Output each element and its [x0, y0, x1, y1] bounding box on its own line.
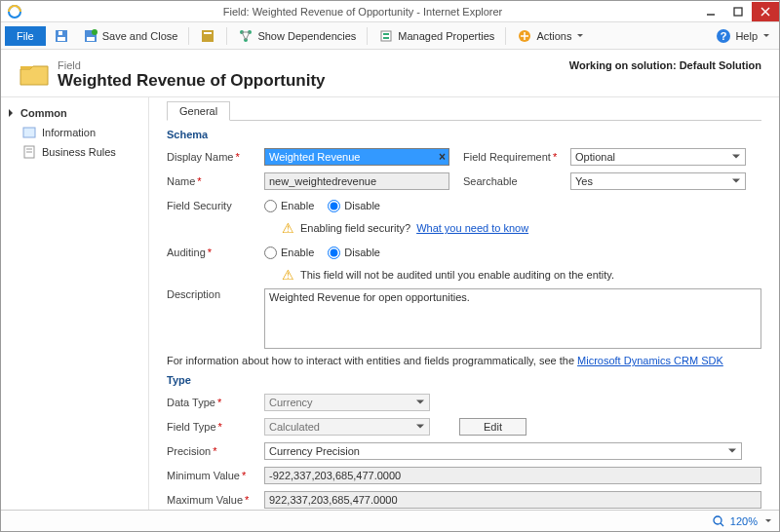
label-display-name: Display Name — [167, 151, 264, 163]
svg-rect-2 — [734, 8, 742, 16]
sdk-link[interactable]: Microsoft Dynamics CRM SDK — [577, 355, 723, 366]
solution-label: Working on solution: Default Solution — [569, 59, 761, 71]
svg-point-26 — [714, 516, 722, 524]
security-warning: ⚠ Enabling field security? What you need… — [282, 220, 779, 236]
ie-icon — [7, 4, 22, 19]
window-title: Field: Weighted Revenue of Opportunity -… — [28, 6, 697, 18]
svg-point-10 — [92, 29, 98, 35]
form-icon — [200, 28, 215, 44]
name-input[interactable] — [264, 172, 449, 190]
edit-button[interactable]: Edit — [459, 418, 526, 436]
rules-icon — [22, 145, 36, 159]
show-deps-label: Show Dependencies — [257, 30, 356, 42]
field-security-disable[interactable] — [328, 200, 340, 212]
svg-rect-12 — [204, 32, 212, 34]
tab-strip: General — [167, 97, 761, 121]
dropdown-icon — [763, 34, 769, 40]
save-close-label: Save and Close — [102, 30, 178, 42]
save-close-button[interactable]: Save and Close — [77, 25, 184, 47]
help-label: Help — [735, 30, 758, 42]
separator — [367, 27, 368, 45]
sidebar-header: Common — [1, 103, 148, 123]
svg-rect-6 — [58, 37, 65, 41]
svg-rect-16 — [381, 31, 391, 41]
sidebar-item-business-rules[interactable]: Business Rules — [1, 142, 148, 162]
separator — [188, 27, 189, 45]
statusbar: 120% — [1, 510, 779, 531]
label-precision: Precision — [167, 445, 264, 457]
label-name: Name — [167, 175, 264, 187]
data-type-select[interactable]: Currency — [264, 394, 430, 411]
managed-props-icon — [378, 28, 394, 44]
field-requirement-select[interactable]: Optional — [570, 148, 746, 166]
max-value-input[interactable] — [264, 491, 761, 509]
svg-line-27 — [721, 523, 723, 526]
minimize-button[interactable] — [697, 2, 724, 21]
page-header: Field Weighted Revenue of Opportunity Wo… — [1, 50, 779, 97]
section-type: Type — [167, 374, 761, 386]
zoom-value[interactable]: 120% — [730, 515, 758, 527]
main-panel: General Schema Display Name × Field Requ… — [149, 97, 779, 516]
managed-properties-button[interactable]: Managed Properties — [372, 25, 500, 47]
label-max-value: Maximum Value — [167, 494, 264, 506]
help-icon: ? — [716, 28, 731, 44]
warning-icon: ⚠ — [282, 267, 294, 283]
field-icon — [19, 59, 50, 87]
searchable-select[interactable]: Yes — [570, 172, 746, 190]
field-security-enable[interactable] — [264, 200, 277, 212]
description-textarea[interactable]: Weighted Revenue for open opportunities. — [264, 288, 761, 349]
label-min-value: Minimum Value — [167, 470, 264, 481]
label-field-security: Field Security — [167, 200, 264, 211]
info-icon — [22, 126, 36, 139]
breadcrumb: Field — [58, 59, 326, 71]
actions-icon — [517, 28, 532, 44]
show-dependencies-button[interactable]: Show Dependencies — [232, 25, 362, 47]
min-value-input[interactable] — [264, 467, 761, 484]
page-title: Weighted Revenue of Opportunity — [58, 71, 326, 91]
separator — [505, 27, 506, 45]
toolbar: File Save and Close Show Dependencies Ma… — [1, 22, 779, 50]
maximize-button[interactable] — [724, 2, 752, 21]
clear-icon[interactable]: × — [439, 150, 446, 164]
svg-rect-7 — [58, 31, 62, 35]
managed-props-label: Managed Properties — [398, 30, 494, 42]
label-description: Description — [167, 288, 264, 300]
auditing-enable[interactable] — [264, 247, 277, 259]
zoom-icon[interactable] — [713, 515, 724, 527]
save-close-icon — [83, 28, 98, 44]
label-auditing: Auditing — [167, 247, 264, 258]
svg-rect-11 — [202, 30, 214, 42]
dependencies-icon — [238, 28, 254, 44]
label-field-requirement: Field Requirement — [463, 151, 570, 163]
display-name-input[interactable] — [264, 148, 449, 166]
sidebar: Common Information Business Rules — [1, 97, 149, 516]
precision-select[interactable]: Currency Precision — [264, 442, 742, 460]
actions-menu[interactable]: Actions — [511, 25, 589, 47]
separator — [226, 27, 227, 45]
titlebar: Field: Weighted Revenue of Opportunity -… — [1, 1, 779, 22]
save-icon — [54, 28, 69, 44]
svg-rect-9 — [87, 37, 95, 41]
actions-label: Actions — [536, 30, 571, 42]
sdk-info: For information about how to interact wi… — [167, 355, 761, 366]
sidebar-item-information[interactable]: Information — [1, 123, 148, 142]
label-searchable: Searchable — [463, 175, 570, 187]
warning-icon: ⚠ — [282, 220, 294, 236]
svg-rect-17 — [383, 33, 389, 35]
field-type-select[interactable]: Calculated — [264, 418, 430, 436]
security-link[interactable]: What you need to know — [416, 222, 528, 234]
auditing-disable[interactable] — [328, 247, 340, 259]
help-menu[interactable]: ? Help — [710, 25, 775, 47]
close-button[interactable] — [752, 2, 779, 21]
toolbar-icon-button[interactable] — [194, 25, 221, 47]
svg-text:?: ? — [721, 30, 727, 42]
zoom-dropdown-icon[interactable] — [765, 519, 771, 525]
svg-rect-18 — [383, 37, 389, 39]
expand-icon — [9, 109, 17, 117]
label-field-type: Field Type — [167, 421, 264, 433]
tab-general[interactable]: General — [167, 101, 230, 121]
sidebar-item-label: Business Rules — [42, 146, 116, 158]
file-menu[interactable]: File — [5, 26, 46, 46]
sidebar-item-label: Information — [42, 127, 96, 138]
save-button[interactable] — [48, 25, 75, 47]
